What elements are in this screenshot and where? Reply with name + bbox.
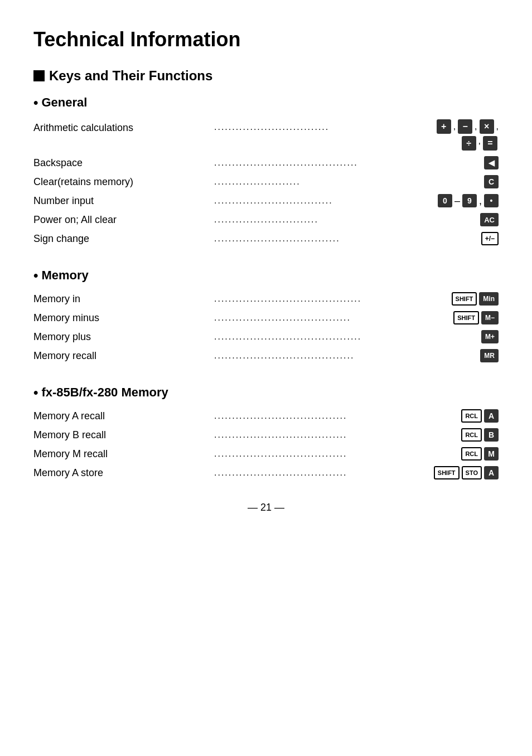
- key-shift-mminus: SHIFT: [453, 311, 479, 324]
- dots-clear: ........................: [212, 177, 484, 187]
- entry-clear: Clear(retains memory) ..................…: [33, 175, 499, 188]
- key-mr: MR: [480, 349, 499, 362]
- key-backspace: ◀: [484, 156, 499, 169]
- key-plus: +: [437, 119, 451, 134]
- key-sto: STO: [462, 466, 482, 479]
- dots-number-input: .................................: [212, 196, 438, 206]
- entry-sign-change: Sign change ............................…: [33, 232, 499, 245]
- dots-memory-m-recall: .....................................: [212, 449, 461, 459]
- key-sign-change: +/−: [481, 232, 499, 245]
- key-mminus: M−: [481, 311, 499, 324]
- key-c: C: [484, 175, 499, 188]
- key-min: Min: [479, 292, 499, 306]
- fx-memory-header: • fx-85B/fx-280 Memory: [33, 385, 499, 400]
- entry-memory-m-recall: Memory M recall ........................…: [33, 447, 499, 461]
- key-rcl-a1: RCL: [461, 409, 482, 423]
- key-shift-min: SHIFT: [452, 292, 477, 306]
- key-rcl-b1: RCL: [461, 428, 482, 442]
- keys-arithmetic-line1: + , − , × ,: [437, 119, 499, 134]
- keys-number-input: 0 – 9 , •: [438, 194, 499, 207]
- keys-memory-recall: MR: [480, 349, 499, 362]
- dots-memory-in: ........................................…: [212, 294, 452, 304]
- entry-label-arithmetic: Arithmetic calculations: [33, 122, 212, 134]
- dots-memory-a-store: .....................................: [212, 468, 434, 478]
- fx-memory-section: • fx-85B/fx-280 Memory Memory A recall .…: [33, 385, 499, 479]
- keys-backspace: ◀: [484, 156, 499, 169]
- fx-memory-header-text: fx-85B/fx-280 Memory: [41, 385, 168, 400]
- keys-memory-plus: M+: [481, 330, 499, 343]
- keys-memory-a-store: SHIFT STO A: [434, 466, 499, 479]
- entry-label-memory-b-recall: Memory B recall: [33, 429, 212, 441]
- dots-memory-minus: ......................................: [212, 313, 453, 323]
- keys-power-on: AC: [480, 213, 499, 226]
- keys-memory-in: SHIFT Min: [452, 292, 499, 306]
- memory-section: • Memory Memory in .....................…: [33, 268, 499, 362]
- entry-memory-b-recall: Memory B recall ........................…: [33, 428, 499, 442]
- key-multiply: ×: [480, 119, 494, 134]
- keys-clear: C: [484, 175, 499, 188]
- entry-label-backspace: Backspace: [33, 157, 212, 169]
- page-title: Technical Information: [33, 28, 499, 51]
- general-header: • General: [33, 95, 499, 110]
- keys-sign-change: +/−: [481, 232, 499, 245]
- entry-label-memory-m-recall: Memory M recall: [33, 448, 212, 460]
- key-b: B: [484, 428, 499, 442]
- main-section-header-text: Keys and Their Functions: [49, 68, 212, 84]
- key-shift-sto: SHIFT: [434, 466, 460, 479]
- entry-label-memory-in: Memory in: [33, 293, 212, 305]
- key-minus: −: [458, 119, 472, 134]
- key-rcl-m1: RCL: [461, 447, 482, 461]
- dots-memory-plus: ........................................…: [212, 332, 481, 342]
- dots-memory-b-recall: .....................................: [212, 430, 461, 440]
- entry-memory-a-store: Memory A store .........................…: [33, 466, 499, 479]
- page-number: — 21 —: [33, 502, 499, 513]
- entry-label-memory-minus: Memory minus: [33, 312, 212, 324]
- key-dot: •: [484, 194, 499, 207]
- bullet-fx-memory: •: [33, 385, 38, 400]
- bullet-general: •: [33, 95, 38, 110]
- entry-label-memory-a-store: Memory A store: [33, 467, 212, 479]
- entry-label-memory-recall: Memory recall: [33, 350, 212, 362]
- entry-label-memory-plus: Memory plus: [33, 331, 212, 343]
- key-ac: AC: [480, 213, 499, 226]
- bullet-memory: •: [33, 268, 38, 283]
- entry-label-sign-change: Sign change: [33, 233, 212, 245]
- keys-memory-a-recall: RCL A: [461, 409, 499, 423]
- entry-memory-recall: Memory recall ..........................…: [33, 349, 499, 362]
- key-a-store: A: [484, 466, 499, 479]
- entry-label-memory-a-recall: Memory A recall: [33, 410, 212, 422]
- keys-memory-minus: SHIFT M−: [453, 311, 499, 324]
- entry-memory-a-recall: Memory A recall ........................…: [33, 409, 499, 423]
- main-section-header: Keys and Their Functions: [33, 68, 499, 84]
- memory-header: • Memory: [33, 268, 499, 283]
- key-m: M: [484, 447, 499, 461]
- entry-label-power-on: Power on; All clear: [33, 214, 212, 226]
- dots-memory-a-recall: .....................................: [212, 411, 461, 421]
- entry-memory-minus: Memory minus ...........................…: [33, 311, 499, 324]
- entry-power-on: Power on; All clear ....................…: [33, 213, 499, 226]
- memory-header-text: Memory: [41, 268, 88, 283]
- entry-label-number-input: Number input: [33, 195, 212, 207]
- dots-backspace: ........................................: [212, 158, 484, 168]
- general-header-text: General: [41, 95, 87, 110]
- key-mplus: M+: [481, 330, 499, 343]
- keys-memory-m-recall: RCL M: [461, 447, 499, 461]
- entry-memory-plus: Memory plus ............................…: [33, 330, 499, 343]
- dots-power-on: .............................: [212, 215, 480, 225]
- dots-sign-change: ...................................: [212, 234, 481, 244]
- entry-label-clear: Clear(retains memory): [33, 176, 212, 188]
- dots-arithmetic: ................................: [212, 122, 437, 132]
- key-divide: ÷: [462, 136, 476, 151]
- dots-memory-recall: .......................................: [212, 351, 480, 361]
- entry-arithmetic: Arithmetic calculations ................…: [33, 119, 499, 151]
- entry-number-input: Number input ...........................…: [33, 194, 499, 207]
- general-section: • General Arithmetic calculations ......…: [33, 95, 499, 245]
- key-a: A: [484, 409, 499, 423]
- black-square-icon: [33, 70, 45, 81]
- key-0: 0: [438, 194, 452, 207]
- entry-memory-in: Memory in ..............................…: [33, 292, 499, 306]
- entry-backspace: Backspace ..............................…: [33, 156, 499, 169]
- key-equals: =: [483, 136, 497, 151]
- keys-memory-b-recall: RCL B: [461, 428, 499, 442]
- key-9: 9: [462, 194, 477, 207]
